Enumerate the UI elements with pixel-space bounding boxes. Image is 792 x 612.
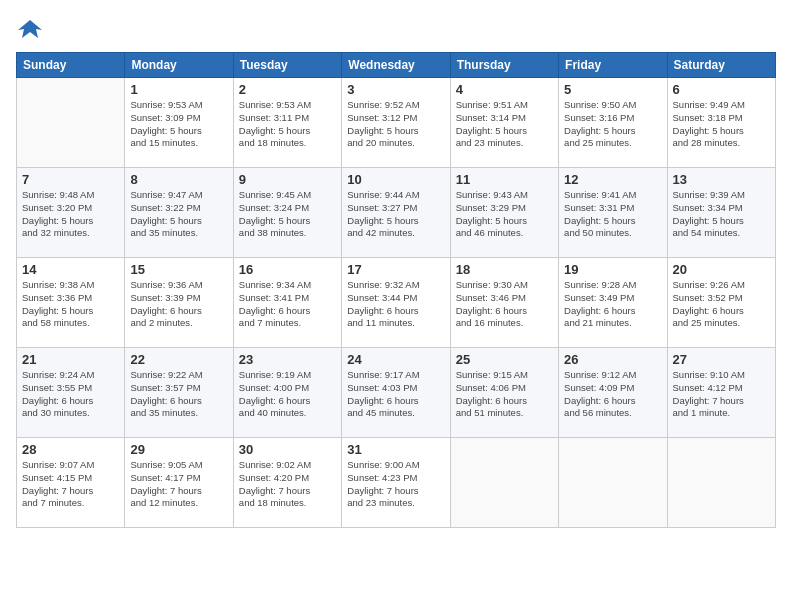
day-number: 14 (22, 262, 119, 277)
calendar-cell: 21Sunrise: 9:24 AM Sunset: 3:55 PM Dayli… (17, 348, 125, 438)
day-info: Sunrise: 9:43 AM Sunset: 3:29 PM Dayligh… (456, 189, 553, 240)
day-number: 19 (564, 262, 661, 277)
day-number: 15 (130, 262, 227, 277)
calendar-cell: 9Sunrise: 9:45 AM Sunset: 3:24 PM Daylig… (233, 168, 341, 258)
day-info: Sunrise: 9:44 AM Sunset: 3:27 PM Dayligh… (347, 189, 444, 240)
weekday-header: Thursday (450, 53, 558, 78)
day-info: Sunrise: 9:47 AM Sunset: 3:22 PM Dayligh… (130, 189, 227, 240)
day-number: 27 (673, 352, 770, 367)
day-number: 3 (347, 82, 444, 97)
calendar-week-row: 1Sunrise: 9:53 AM Sunset: 3:09 PM Daylig… (17, 78, 776, 168)
calendar-cell: 17Sunrise: 9:32 AM Sunset: 3:44 PM Dayli… (342, 258, 450, 348)
calendar-cell: 13Sunrise: 9:39 AM Sunset: 3:34 PM Dayli… (667, 168, 775, 258)
day-info: Sunrise: 9:12 AM Sunset: 4:09 PM Dayligh… (564, 369, 661, 420)
day-info: Sunrise: 9:39 AM Sunset: 3:34 PM Dayligh… (673, 189, 770, 240)
day-number: 20 (673, 262, 770, 277)
calendar-cell (559, 438, 667, 528)
calendar-cell: 1Sunrise: 9:53 AM Sunset: 3:09 PM Daylig… (125, 78, 233, 168)
logo (16, 16, 48, 44)
weekday-header: Wednesday (342, 53, 450, 78)
day-info: Sunrise: 9:00 AM Sunset: 4:23 PM Dayligh… (347, 459, 444, 510)
day-info: Sunrise: 9:30 AM Sunset: 3:46 PM Dayligh… (456, 279, 553, 330)
calendar-cell: 7Sunrise: 9:48 AM Sunset: 3:20 PM Daylig… (17, 168, 125, 258)
day-number: 13 (673, 172, 770, 187)
day-info: Sunrise: 9:51 AM Sunset: 3:14 PM Dayligh… (456, 99, 553, 150)
day-info: Sunrise: 9:02 AM Sunset: 4:20 PM Dayligh… (239, 459, 336, 510)
day-number: 2 (239, 82, 336, 97)
calendar-cell: 2Sunrise: 9:53 AM Sunset: 3:11 PM Daylig… (233, 78, 341, 168)
calendar-cell: 3Sunrise: 9:52 AM Sunset: 3:12 PM Daylig… (342, 78, 450, 168)
day-info: Sunrise: 9:05 AM Sunset: 4:17 PM Dayligh… (130, 459, 227, 510)
day-number: 4 (456, 82, 553, 97)
day-info: Sunrise: 9:10 AM Sunset: 4:12 PM Dayligh… (673, 369, 770, 420)
day-info: Sunrise: 9:19 AM Sunset: 4:00 PM Dayligh… (239, 369, 336, 420)
calendar-week-row: 28Sunrise: 9:07 AM Sunset: 4:15 PM Dayli… (17, 438, 776, 528)
day-info: Sunrise: 9:28 AM Sunset: 3:49 PM Dayligh… (564, 279, 661, 330)
day-number: 25 (456, 352, 553, 367)
day-number: 5 (564, 82, 661, 97)
day-number: 10 (347, 172, 444, 187)
day-info: Sunrise: 9:50 AM Sunset: 3:16 PM Dayligh… (564, 99, 661, 150)
calendar-cell: 10Sunrise: 9:44 AM Sunset: 3:27 PM Dayli… (342, 168, 450, 258)
day-info: Sunrise: 9:49 AM Sunset: 3:18 PM Dayligh… (673, 99, 770, 150)
day-number: 6 (673, 82, 770, 97)
calendar-cell: 28Sunrise: 9:07 AM Sunset: 4:15 PM Dayli… (17, 438, 125, 528)
day-info: Sunrise: 9:48 AM Sunset: 3:20 PM Dayligh… (22, 189, 119, 240)
svg-marker-0 (18, 20, 42, 38)
day-info: Sunrise: 9:24 AM Sunset: 3:55 PM Dayligh… (22, 369, 119, 420)
day-number: 17 (347, 262, 444, 277)
calendar-week-row: 21Sunrise: 9:24 AM Sunset: 3:55 PM Dayli… (17, 348, 776, 438)
day-info: Sunrise: 9:53 AM Sunset: 3:09 PM Dayligh… (130, 99, 227, 150)
calendar-cell: 11Sunrise: 9:43 AM Sunset: 3:29 PM Dayli… (450, 168, 558, 258)
day-info: Sunrise: 9:34 AM Sunset: 3:41 PM Dayligh… (239, 279, 336, 330)
weekday-header: Tuesday (233, 53, 341, 78)
calendar-cell: 14Sunrise: 9:38 AM Sunset: 3:36 PM Dayli… (17, 258, 125, 348)
day-number: 22 (130, 352, 227, 367)
day-number: 24 (347, 352, 444, 367)
calendar-cell: 23Sunrise: 9:19 AM Sunset: 4:00 PM Dayli… (233, 348, 341, 438)
calendar-week-row: 14Sunrise: 9:38 AM Sunset: 3:36 PM Dayli… (17, 258, 776, 348)
logo-icon (16, 16, 44, 44)
day-info: Sunrise: 9:22 AM Sunset: 3:57 PM Dayligh… (130, 369, 227, 420)
day-info: Sunrise: 9:36 AM Sunset: 3:39 PM Dayligh… (130, 279, 227, 330)
weekday-header: Sunday (17, 53, 125, 78)
day-number: 1 (130, 82, 227, 97)
day-info: Sunrise: 9:32 AM Sunset: 3:44 PM Dayligh… (347, 279, 444, 330)
weekday-header: Friday (559, 53, 667, 78)
calendar-cell: 4Sunrise: 9:51 AM Sunset: 3:14 PM Daylig… (450, 78, 558, 168)
day-number: 18 (456, 262, 553, 277)
day-info: Sunrise: 9:38 AM Sunset: 3:36 PM Dayligh… (22, 279, 119, 330)
day-number: 28 (22, 442, 119, 457)
day-info: Sunrise: 9:45 AM Sunset: 3:24 PM Dayligh… (239, 189, 336, 240)
calendar-cell: 8Sunrise: 9:47 AM Sunset: 3:22 PM Daylig… (125, 168, 233, 258)
calendar-cell: 24Sunrise: 9:17 AM Sunset: 4:03 PM Dayli… (342, 348, 450, 438)
day-number: 21 (22, 352, 119, 367)
day-info: Sunrise: 9:07 AM Sunset: 4:15 PM Dayligh… (22, 459, 119, 510)
calendar-cell (17, 78, 125, 168)
calendar-cell: 16Sunrise: 9:34 AM Sunset: 3:41 PM Dayli… (233, 258, 341, 348)
calendar-cell: 15Sunrise: 9:36 AM Sunset: 3:39 PM Dayli… (125, 258, 233, 348)
day-info: Sunrise: 9:52 AM Sunset: 3:12 PM Dayligh… (347, 99, 444, 150)
day-number: 11 (456, 172, 553, 187)
calendar-cell (667, 438, 775, 528)
calendar-cell: 18Sunrise: 9:30 AM Sunset: 3:46 PM Dayli… (450, 258, 558, 348)
day-info: Sunrise: 9:41 AM Sunset: 3:31 PM Dayligh… (564, 189, 661, 240)
calendar-cell: 30Sunrise: 9:02 AM Sunset: 4:20 PM Dayli… (233, 438, 341, 528)
day-info: Sunrise: 9:53 AM Sunset: 3:11 PM Dayligh… (239, 99, 336, 150)
day-number: 16 (239, 262, 336, 277)
calendar-cell: 27Sunrise: 9:10 AM Sunset: 4:12 PM Dayli… (667, 348, 775, 438)
day-number: 8 (130, 172, 227, 187)
calendar-cell: 20Sunrise: 9:26 AM Sunset: 3:52 PM Dayli… (667, 258, 775, 348)
calendar-cell: 31Sunrise: 9:00 AM Sunset: 4:23 PM Dayli… (342, 438, 450, 528)
calendar-cell: 22Sunrise: 9:22 AM Sunset: 3:57 PM Dayli… (125, 348, 233, 438)
day-number: 30 (239, 442, 336, 457)
day-info: Sunrise: 9:15 AM Sunset: 4:06 PM Dayligh… (456, 369, 553, 420)
calendar-cell: 5Sunrise: 9:50 AM Sunset: 3:16 PM Daylig… (559, 78, 667, 168)
weekday-header: Monday (125, 53, 233, 78)
day-number: 9 (239, 172, 336, 187)
calendar-cell: 6Sunrise: 9:49 AM Sunset: 3:18 PM Daylig… (667, 78, 775, 168)
day-info: Sunrise: 9:26 AM Sunset: 3:52 PM Dayligh… (673, 279, 770, 330)
weekday-header: Saturday (667, 53, 775, 78)
calendar-cell: 19Sunrise: 9:28 AM Sunset: 3:49 PM Dayli… (559, 258, 667, 348)
day-number: 7 (22, 172, 119, 187)
